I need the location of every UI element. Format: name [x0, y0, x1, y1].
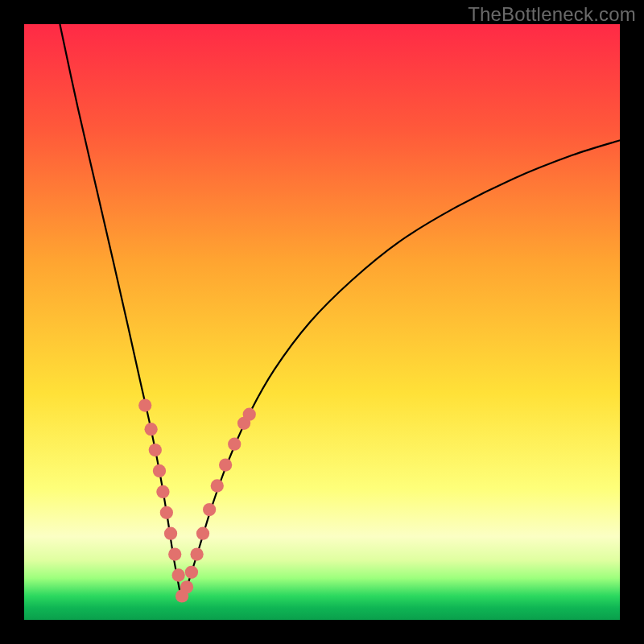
marker-point	[203, 503, 216, 516]
marker-point	[156, 485, 169, 498]
curve-layer	[24, 24, 620, 620]
marker-point	[168, 547, 181, 560]
watermark-text: TheBottleneck.com	[468, 3, 636, 26]
marker-point	[153, 464, 166, 477]
marker-point	[138, 398, 151, 411]
marker-point	[190, 547, 203, 560]
marker-point	[180, 580, 193, 593]
marker-point	[164, 527, 177, 540]
marker-point	[160, 506, 173, 519]
marker-point	[219, 458, 232, 471]
outer-frame: TheBottleneck.com	[0, 0, 644, 644]
marker-point	[196, 527, 209, 540]
marker-point	[228, 438, 241, 451]
marker-point	[243, 408, 256, 421]
marker-point	[185, 566, 198, 579]
marker-point	[172, 568, 185, 581]
marker-group	[138, 398, 256, 602]
marker-point	[149, 444, 162, 456]
curve-right-branch	[182, 140, 620, 602]
marker-point	[144, 423, 157, 436]
marker-point	[211, 479, 224, 492]
